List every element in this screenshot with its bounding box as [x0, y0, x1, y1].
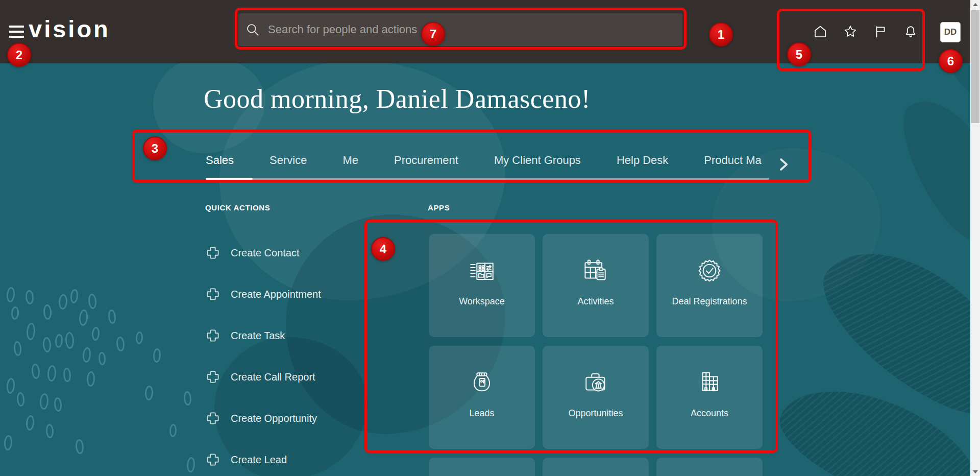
chevron-right-icon[interactable]: [776, 157, 791, 172]
quick-action-create-call-report[interactable]: Create Call Report: [205, 369, 321, 385]
flag-icon[interactable]: [873, 24, 888, 39]
vision-logo[interactable]: vision: [29, 17, 110, 41]
nav-tab-bar: Sales Service Me Procurement My Client G…: [206, 154, 762, 167]
quick-action-label: Create Opportunity: [231, 413, 317, 424]
tab-help-desk[interactable]: Help Desk: [617, 154, 668, 167]
plus-icon: [205, 328, 220, 343]
app-tile-label: Deal Registrations: [672, 296, 747, 307]
star-icon[interactable]: [843, 24, 858, 39]
plus-icon: [205, 287, 220, 302]
bell-icon[interactable]: [903, 24, 918, 39]
app-tile-partial[interactable]: [429, 458, 535, 476]
app-tile-activities[interactable]: Activities: [543, 234, 649, 337]
tab-procurement[interactable]: Procurement: [394, 154, 458, 167]
calendar-clipboard-icon: [581, 255, 610, 286]
apps-grid: Workspace Activiti: [429, 234, 763, 476]
header-icon-group: [813, 24, 918, 39]
quick-action-label: Create Appointment: [231, 289, 321, 300]
tab-me[interactable]: Me: [342, 154, 358, 167]
scroll-down-arrow[interactable]: [970, 467, 980, 476]
tab-service[interactable]: Service: [270, 154, 307, 167]
plus-icon: [205, 369, 220, 385]
plus-icon: [205, 411, 220, 426]
workspace-grid-icon: [467, 255, 497, 286]
app-tile-opportunities[interactable]: Opportunities: [543, 346, 649, 449]
user-avatar[interactable]: DD: [940, 22, 961, 42]
app-tile-label: Accounts: [691, 408, 728, 419]
active-tab-underline: [206, 178, 253, 180]
search-icon: [246, 22, 260, 37]
quick-action-create-contact[interactable]: Create Contact: [205, 245, 321, 260]
app-tile-partial[interactable]: [543, 458, 649, 476]
scroll-up-arrow[interactable]: [970, 0, 980, 9]
app-tile-label: Opportunities: [568, 408, 623, 419]
app-tile-label: Leads: [469, 408, 494, 419]
search-input[interactable]: [268, 23, 675, 36]
apps-title: APPS: [428, 203, 450, 212]
tab-my-client-groups[interactable]: My Client Groups: [494, 154, 581, 167]
home-content: Good morning, Daniel Damasceno! Sales Se…: [0, 0, 970, 476]
quick-action-create-opportunity[interactable]: Create Opportunity: [205, 411, 321, 426]
home-icon[interactable]: [813, 24, 828, 39]
app-viewport: Good morning, Daniel Damasceno! Sales Se…: [0, 0, 970, 476]
tab-track: [206, 178, 769, 180]
jar-icon: [467, 367, 497, 398]
plus-icon: [205, 245, 220, 260]
quick-action-create-appointment[interactable]: Create Appointment: [205, 287, 321, 302]
quick-action-label: Create Task: [231, 330, 285, 342]
quick-action-label: Create Lead: [231, 454, 287, 466]
scrollbar-thumb[interactable]: [971, 10, 979, 123]
scrollbar[interactable]: [970, 0, 980, 476]
quick-actions-title: QUICK ACTIONS: [205, 203, 270, 212]
quick-action-label: Create Contact: [231, 247, 300, 259]
app-tile-accounts[interactable]: Accounts: [656, 346, 763, 449]
plus-icon: [205, 452, 220, 467]
top-header-bar: vision DD: [0, 0, 970, 63]
app-tile-label: Workspace: [459, 296, 505, 307]
quick-action-create-lead[interactable]: Create Lead: [205, 452, 321, 467]
global-search: [238, 13, 682, 46]
app-tile-label: Activities: [577, 296, 614, 307]
buildings-icon: [695, 367, 724, 398]
app-tile-partial[interactable]: [656, 458, 763, 476]
app-tile-workspace[interactable]: Workspace: [429, 234, 535, 337]
app-tile-leads[interactable]: Leads: [429, 346, 535, 449]
app-tile-deal-registrations[interactable]: Deal Registrations: [656, 234, 763, 337]
page: Good morning, Daniel Damasceno! Sales Se…: [0, 0, 980, 476]
greeting-text: Good morning, Daniel Damasceno!: [204, 84, 591, 114]
seal-check-icon: [695, 255, 724, 286]
briefcase-bank-icon: [581, 367, 610, 398]
quick-action-create-task[interactable]: Create Task: [205, 328, 321, 343]
quick-action-label: Create Call Report: [231, 371, 315, 383]
menu-icon[interactable]: [9, 26, 24, 38]
tab-sales[interactable]: Sales: [206, 154, 234, 167]
quick-actions-list: Create Contact Create Appointment Create…: [205, 245, 321, 476]
tab-product-management[interactable]: Product Ma: [704, 154, 762, 167]
